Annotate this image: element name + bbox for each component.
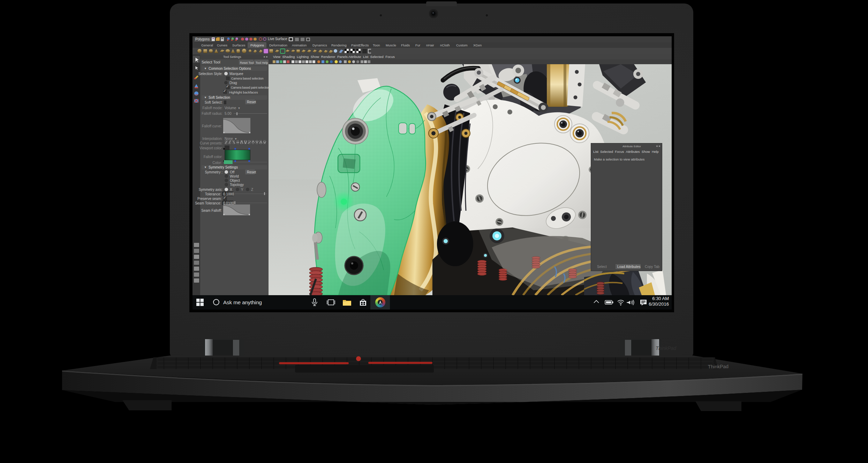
- svg-text:ThinkPad: ThinkPad: [708, 364, 729, 369]
